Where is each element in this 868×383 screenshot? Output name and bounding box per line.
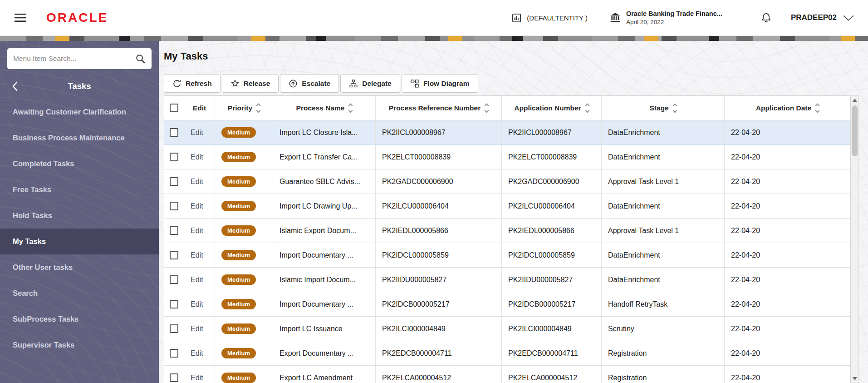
sidebar-item-my-tasks[interactable]: My Tasks xyxy=(0,229,159,254)
delegate-button[interactable]: Delegate xyxy=(340,74,400,93)
column-header-application-number[interactable]: Application Number xyxy=(502,96,602,120)
escalate-button[interactable]: Escalate xyxy=(280,74,339,93)
sort-icon[interactable] xyxy=(349,104,352,112)
row-checkbox[interactable] xyxy=(170,324,178,333)
edit-link[interactable]: Edit xyxy=(191,300,203,308)
priority-badge: Medium xyxy=(221,323,256,334)
sidebar-section-title: Tasks xyxy=(0,81,159,91)
edit-link[interactable]: Edit xyxy=(191,276,203,284)
sort-icon[interactable] xyxy=(485,104,488,112)
hamburger-menu-button[interactable] xyxy=(12,10,29,25)
column-header-stage[interactable]: Stage xyxy=(602,96,725,120)
sidebar-item-label: Business Process Maintenance xyxy=(13,134,125,142)
search-icon[interactable] xyxy=(135,54,146,64)
sidebar-item-search[interactable]: Search xyxy=(0,280,159,306)
priority-cell: Medium xyxy=(215,366,273,383)
process-reference-cell: PK2IDCB000005217 xyxy=(376,292,502,316)
scroll-up-button[interactable] xyxy=(851,96,858,104)
collapse-menu-button[interactable] xyxy=(10,80,20,93)
vertical-scrollbar[interactable] xyxy=(851,95,859,383)
row-checkbox[interactable] xyxy=(170,226,178,235)
sidebar-item-other-user-tasks[interactable]: Other User tasks xyxy=(0,254,159,280)
sidebar-item-awaiting-customer-clarification[interactable]: Awaiting Customer Clarification xyxy=(0,99,159,125)
column-header-application-date[interactable]: Application Date xyxy=(725,96,850,120)
sidebar-item-label: Awaiting Customer Clarification xyxy=(13,108,126,116)
stage-cell: DataEnrichment xyxy=(602,145,725,169)
application-date-cell: 22-04-20 xyxy=(725,243,850,267)
edit-cell: Edit xyxy=(184,145,215,169)
entity-label: (DEFAULTENTITY ) xyxy=(527,14,588,22)
row-checkbox-cell xyxy=(164,169,184,194)
edit-cell: Edit xyxy=(184,292,215,316)
edit-link[interactable]: Edit xyxy=(191,349,203,358)
table-row: Edit Medium Export LC Transfer Ca... PK2… xyxy=(164,145,850,169)
edit-link[interactable]: Edit xyxy=(191,227,203,235)
process-name-cell: Import LC Closure Isla... xyxy=(273,120,376,144)
application-number-cell: PK2IIDU000005827 xyxy=(502,268,602,292)
process-name-cell: Export LC Transfer Ca... xyxy=(273,145,376,169)
edit-link[interactable]: Edit xyxy=(191,129,203,137)
application-number-cell: PK2IDCB000005217 xyxy=(502,292,602,316)
sort-icon[interactable] xyxy=(586,104,589,112)
column-label-priority: Priority xyxy=(228,104,252,112)
row-checkbox[interactable] xyxy=(170,202,178,210)
entity-selector[interactable]: (DEFAULTENTITY ) xyxy=(500,13,598,23)
sidebar-item-supervisor-tasks[interactable]: Supervisor Tasks xyxy=(0,332,159,358)
app-name: Oracle Banking Trade Financ... xyxy=(626,10,722,17)
process-reference-cell: PK2ELCA000004512 xyxy=(376,366,502,383)
edit-cell: Edit xyxy=(184,366,215,383)
flow-diagram-button[interactable]: Flow Diagram xyxy=(402,74,478,93)
row-checkbox[interactable] xyxy=(170,275,178,284)
row-checkbox-cell xyxy=(164,268,184,292)
edit-link[interactable]: Edit xyxy=(191,325,203,333)
edit-link[interactable]: Edit xyxy=(191,178,203,186)
edit-link[interactable]: Edit xyxy=(191,251,203,259)
row-checkbox[interactable] xyxy=(170,349,178,358)
sidebar-item-business-process-maintenance[interactable]: Business Process Maintenance xyxy=(0,125,159,151)
column-header-edit[interactable]: Edit xyxy=(184,96,215,120)
row-checkbox[interactable] xyxy=(170,373,178,382)
select-all-checkbox[interactable] xyxy=(170,104,178,112)
edit-cell: Edit xyxy=(184,243,215,267)
process-reference-cell: PK2ILCI000004849 xyxy=(376,317,502,341)
scroll-up-icon xyxy=(853,99,857,102)
process-name-cell: Export LC Amendment xyxy=(273,366,376,383)
bell-icon xyxy=(760,12,772,24)
row-checkbox[interactable] xyxy=(170,128,178,137)
sort-icon[interactable] xyxy=(257,104,260,112)
edit-link[interactable]: Edit xyxy=(191,202,203,210)
column-header-priority[interactable]: Priority xyxy=(215,96,273,120)
refresh-button[interactable]: Refresh xyxy=(164,74,221,93)
edit-link[interactable]: Edit xyxy=(191,153,203,161)
priority-badge: Medium xyxy=(221,299,256,309)
priority-badge: Medium xyxy=(221,201,256,211)
column-header-process-name[interactable]: Process Name xyxy=(273,96,376,120)
edit-link[interactable]: Edit xyxy=(191,374,203,382)
sort-icon[interactable] xyxy=(673,104,677,112)
sidebar-item-free-tasks[interactable]: Free Tasks xyxy=(0,177,159,203)
table-row: Edit Medium Import LC Drawing Up... PK2I… xyxy=(164,194,850,219)
row-checkbox[interactable] xyxy=(170,177,178,186)
menu-search-input[interactable] xyxy=(13,55,135,63)
notifications-button[interactable] xyxy=(760,12,772,24)
application-number-cell: PK2ILCU000006404 xyxy=(502,194,602,218)
sidebar: Tasks Awaiting Customer Clarification Bu… xyxy=(0,41,159,383)
application-date-cell: 22-04-20 xyxy=(725,366,850,383)
scroll-down-button[interactable] xyxy=(851,374,858,383)
row-checkbox[interactable] xyxy=(170,153,178,161)
column-header-process-reference-number[interactable]: Process Reference Number xyxy=(376,96,502,120)
stage-cell: Approval Task Level 1 xyxy=(602,169,725,194)
sidebar-item-completed-tasks[interactable]: Completed Tasks xyxy=(0,151,159,177)
user-menu[interactable]: PRADEEP02 xyxy=(791,13,856,22)
sidebar-item-subprocess-tasks[interactable]: SubProcess Tasks xyxy=(0,306,159,332)
sidebar-item-hold-tasks[interactable]: Hold Tasks xyxy=(0,203,159,229)
table-header: Edit Priority Process Name Process Refer… xyxy=(164,96,850,120)
row-checkbox[interactable] xyxy=(170,300,178,308)
release-button[interactable]: Release xyxy=(222,74,279,93)
sort-icon[interactable] xyxy=(816,104,819,112)
app-info: Oracle Banking Trade Financ... April 20,… xyxy=(598,10,733,25)
process-reference-cell: PK2EDCB000004711 xyxy=(376,341,502,365)
scrollbar-thumb[interactable] xyxy=(852,105,858,156)
application-number-cell: PK2ILCI000004849 xyxy=(502,317,602,341)
row-checkbox[interactable] xyxy=(170,251,178,259)
